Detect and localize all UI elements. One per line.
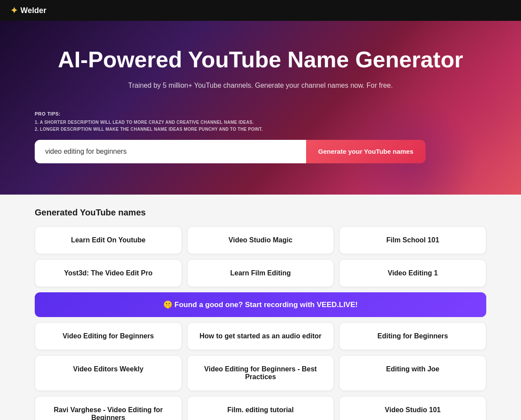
name-card-8[interactable]: How to get started as an audio editor: [187, 322, 334, 350]
pro-tip-2: 2. LONGER DESCRIPTION WILL MAKE THE CHAN…: [35, 126, 486, 133]
search-input[interactable]: [35, 140, 306, 163]
search-row: Generate your YouTube names: [35, 140, 425, 163]
name-card-15[interactable]: Video Studio 101: [339, 396, 486, 420]
hero-subtitle: Trained by 5 million+ YouTube channels. …: [35, 82, 486, 89]
hero-title: AI-Powered YouTube Name Generator: [35, 47, 486, 73]
pro-tips: PRO TIPS: 1. A SHORTER DESCRIPTION WILL …: [35, 111, 486, 133]
names-grid-row1: Learn Edit On Youtube Video Studio Magic…: [35, 226, 486, 254]
names-grid-row5: Ravi Varghese - Video Editing for Beginn…: [35, 396, 486, 420]
logo-icon: ✦: [10, 5, 18, 16]
generate-button[interactable]: Generate your YouTube names: [306, 140, 425, 163]
header: ✦ Welder: [0, 0, 521, 21]
name-card-14[interactable]: Film. editing tutorial: [187, 396, 334, 420]
logo: ✦ Welder: [10, 5, 46, 16]
cta-banner[interactable]: 🤫 Found a good one? Start recording with…: [35, 292, 486, 317]
name-card-12[interactable]: Editing with Joe: [339, 355, 486, 391]
name-card-7[interactable]: Video Editing for Beginners: [35, 322, 182, 350]
names-grid-row2: Yost3d: The Video Edit Pro Learn Film Ed…: [35, 259, 486, 287]
name-card-2[interactable]: Video Studio Magic: [187, 226, 334, 254]
names-grid-row3: Video Editing for Beginners How to get s…: [35, 322, 486, 350]
logo-text: Welder: [20, 6, 46, 15]
name-card-4[interactable]: Yost3d: The Video Edit Pro: [35, 259, 182, 287]
name-card-3[interactable]: Film School 101: [339, 226, 486, 254]
pro-tips-label: PRO TIPS:: [35, 111, 486, 116]
hero-section: AI-Powered YouTube Name Generator Traine…: [0, 21, 521, 195]
results-section: Generated YouTube names Learn Edit On Yo…: [0, 195, 521, 420]
names-grid-row4: Video Editors Weekly Video Editing for B…: [35, 355, 486, 391]
name-card-6[interactable]: Video Editing 1: [339, 259, 486, 287]
name-card-10[interactable]: Video Editors Weekly: [35, 355, 182, 391]
name-card-5[interactable]: Learn Film Editing: [187, 259, 334, 287]
name-card-9[interactable]: Editing for Beginners: [339, 322, 486, 350]
name-card-13[interactable]: Ravi Varghese - Video Editing for Beginn…: [35, 396, 182, 420]
name-card-1[interactable]: Learn Edit On Youtube: [35, 226, 182, 254]
name-card-11[interactable]: Video Editing for Beginners - Best Pract…: [187, 355, 334, 391]
results-title: Generated YouTube names: [35, 208, 486, 218]
pro-tip-1: 1. A SHORTER DESCRIPTION WILL LEAD TO MO…: [35, 119, 486, 126]
